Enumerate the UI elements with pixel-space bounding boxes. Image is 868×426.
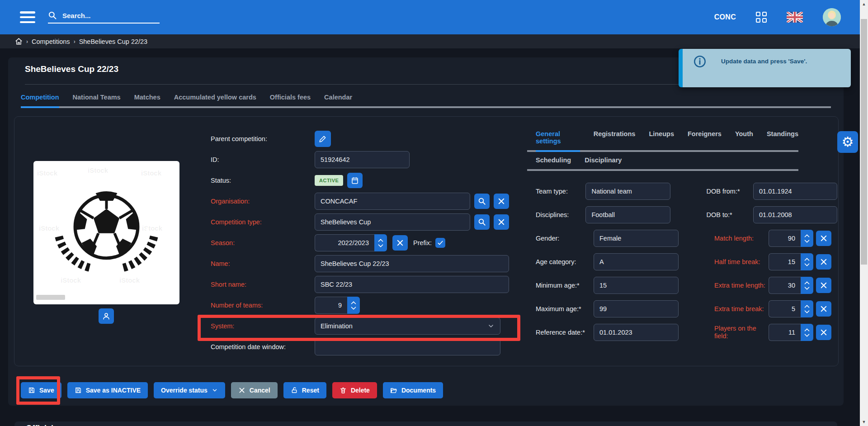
close-icon xyxy=(497,197,505,205)
tab-registrations[interactable]: Registrations xyxy=(594,130,636,150)
players-on-field-clear-button[interactable] xyxy=(816,325,831,340)
soccer-ball-laurel-image xyxy=(47,168,166,294)
chevron-down-icon xyxy=(804,333,810,337)
tab-youth[interactable]: Youth xyxy=(735,130,753,150)
assign-person-button[interactable] xyxy=(99,308,114,324)
tab-matches[interactable]: Matches xyxy=(134,94,160,106)
info-toast[interactable]: Update data and press 'Save'. xyxy=(679,49,851,87)
short-name-field[interactable] xyxy=(315,276,509,293)
tab-national-teams[interactable]: National Teams xyxy=(73,94,121,106)
tab-foreigners[interactable]: Foreigners xyxy=(688,130,722,150)
season-clear-button[interactable] xyxy=(392,235,408,251)
season-field[interactable] xyxy=(315,234,374,251)
override-status-button[interactable]: Override status xyxy=(154,382,225,398)
user-avatar[interactable] xyxy=(823,8,841,26)
tab-calendar[interactable]: Calendar xyxy=(324,94,352,106)
number-of-teams-stepper[interactable] xyxy=(347,297,360,314)
status-history-button[interactable] xyxy=(347,173,363,188)
competition-type-search-button[interactable] xyxy=(474,214,490,230)
tab-lineups[interactable]: Lineups xyxy=(649,130,674,150)
settings-row-1: Team type: DOB from:* xyxy=(536,183,837,200)
gender-field[interactable] xyxy=(594,230,679,247)
chevron-down-icon xyxy=(350,306,357,310)
reference-date-field[interactable] xyxy=(594,324,679,341)
match-length-stepper[interactable] xyxy=(801,230,813,247)
chevron-up-icon xyxy=(804,304,810,308)
organisation-field[interactable] xyxy=(315,193,470,210)
team-type-field[interactable] xyxy=(585,183,670,200)
maximum-age-field[interactable] xyxy=(594,300,679,317)
season-label: Season: xyxy=(211,239,315,246)
organisation-clear-button[interactable] xyxy=(494,194,509,209)
app-root: CONC › xyxy=(0,0,868,426)
breadcrumb-item-competitions[interactable]: Competitions xyxy=(32,38,70,45)
cancel-button[interactable]: Cancel xyxy=(231,382,278,398)
parent-competition-label: Parent competition: xyxy=(211,135,315,142)
players-on-field-field[interactable] xyxy=(769,324,801,341)
extra-time-break-clear-button[interactable] xyxy=(816,301,831,317)
extra-time-break-field[interactable] xyxy=(769,300,801,317)
tab-disciplinary[interactable]: Disciplinary xyxy=(585,156,622,169)
tab-general-settings[interactable]: General settings xyxy=(536,130,580,152)
players-on-field-stepper[interactable] xyxy=(801,324,813,341)
half-time-break-clear-button[interactable] xyxy=(816,254,831,270)
delete-button[interactable]: Delete xyxy=(332,382,377,398)
status-label: Status: xyxy=(211,177,315,184)
competition-type-field[interactable] xyxy=(315,213,470,231)
match-length-clear-button[interactable] xyxy=(816,231,831,246)
close-icon xyxy=(497,218,505,226)
date-window-label: Competition date window: xyxy=(211,343,315,350)
id-field[interactable] xyxy=(315,151,410,168)
breadcrumb-item-current[interactable]: SheBelieves Cup 22/23 xyxy=(79,38,148,45)
breadcrumb-separator: › xyxy=(26,38,28,45)
extra-time-length-stepper[interactable] xyxy=(801,277,813,294)
extra-time-break-stepper[interactable] xyxy=(801,300,813,317)
disciplines-field[interactable] xyxy=(585,206,670,223)
reset-button[interactable]: Reset xyxy=(283,382,326,398)
half-time-break-label: Half time break: xyxy=(714,258,769,266)
scrollbar-down-arrow[interactable]: ▼ xyxy=(860,418,868,426)
minimum-age-field[interactable] xyxy=(594,277,679,294)
documents-button[interactable]: Documents xyxy=(383,382,443,398)
age-category-field[interactable] xyxy=(594,253,679,270)
extra-time-break-label: Extra time break: xyxy=(714,305,769,313)
hamburger-menu-icon[interactable] xyxy=(20,11,35,23)
prefix-checkbox[interactable] xyxy=(435,238,445,248)
chevron-down-icon xyxy=(212,387,218,393)
half-time-break-field[interactable] xyxy=(769,253,801,270)
dob-to-field[interactable] xyxy=(753,206,837,223)
home-icon[interactable] xyxy=(15,38,23,45)
extra-time-length-field[interactable] xyxy=(769,277,801,294)
system-select[interactable]: Elimination xyxy=(315,317,500,335)
dob-from-field[interactable] xyxy=(753,183,837,200)
search-input[interactable] xyxy=(61,11,149,20)
close-icon xyxy=(396,239,404,247)
tab-scheduling[interactable]: Scheduling xyxy=(536,156,571,169)
edit-parent-competition-button[interactable] xyxy=(315,131,331,147)
tab-officials-fees[interactable]: Officials fees xyxy=(270,94,311,106)
competition-logo: iStock iStock iStock iStock iStock iStoc… xyxy=(33,161,179,304)
apps-grid-icon[interactable] xyxy=(756,12,767,23)
extra-time-break-group xyxy=(769,300,831,317)
date-window-field[interactable] xyxy=(315,338,500,355)
tab-accumulated-yellow-cards[interactable]: Accumulated yellow cards xyxy=(174,94,256,106)
page-scrollbar[interactable]: ▲ ▼ xyxy=(860,0,868,426)
tab-competition[interactable]: Competition xyxy=(21,94,59,108)
match-length-field[interactable] xyxy=(769,230,801,247)
scrollbar-up-arrow[interactable]: ▲ xyxy=(860,0,868,8)
save-icon xyxy=(75,387,82,394)
number-of-teams-field[interactable] xyxy=(315,297,347,314)
tab-standings[interactable]: Standings xyxy=(767,130,798,150)
half-time-break-stepper[interactable] xyxy=(801,253,813,270)
organisation-code[interactable]: CONC xyxy=(714,13,736,21)
season-stepper[interactable] xyxy=(374,234,387,251)
extra-time-length-clear-button[interactable] xyxy=(816,278,831,293)
save-as-inactive-button[interactable]: Save as INACTIVE xyxy=(67,382,148,398)
panel-settings-button[interactable]: ⚙ xyxy=(837,131,858,153)
competition-type-clear-button[interactable] xyxy=(494,214,509,230)
name-field[interactable] xyxy=(315,255,509,272)
save-button[interactable]: Save xyxy=(21,382,61,398)
scrollbar-thumb[interactable] xyxy=(861,19,867,265)
language-flag-uk[interactable] xyxy=(787,12,803,23)
organisation-search-button[interactable] xyxy=(474,194,490,209)
